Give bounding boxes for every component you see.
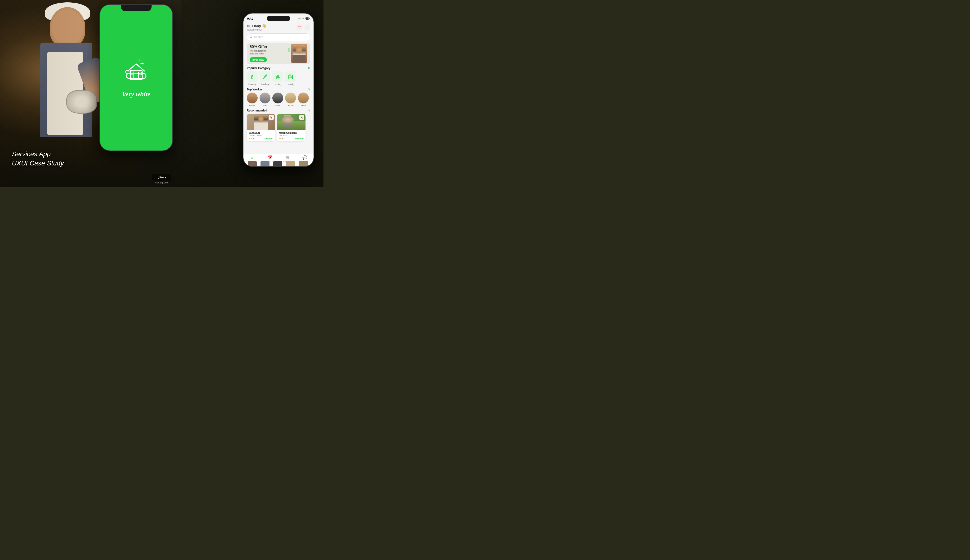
svg-rect-3 [139, 72, 141, 75]
book-now-button[interactable]: Book Now [250, 57, 267, 62]
svg-rect-15 [289, 75, 290, 76]
worker-avatar-tanne2 [298, 93, 309, 103]
svg-point-10 [263, 78, 264, 79]
banner-description: Two maids for theprice of a maid [250, 50, 267, 55]
recommended-header: Recommended All [244, 109, 314, 113]
rec-card-sanaa[interactable]: 🔖 Sanaa Ezz General cleaner ★ 4.8 20$/ho… [247, 113, 275, 141]
plumbing-icon-wrap [260, 71, 270, 82]
greeting-section: Hi, Hany 👋 Welcome back [247, 24, 266, 31]
worker-item-tanne2[interactable]: Tanne [298, 93, 309, 107]
worker-name-tanne2: Tanne [301, 104, 306, 107]
rec-card-rating-malek: ★ 4.4 [279, 137, 285, 140]
worker-avatar-tanne1 [285, 93, 296, 103]
popular-category-title: Popular Category [247, 67, 270, 70]
worker-item-ahed[interactable]: Ahed [260, 93, 270, 107]
cleaning-icon-wrap [247, 71, 258, 82]
rec-card-info-sanaa: Sanaa Ezz General cleaner ★ 4.8 20$/hour [247, 130, 275, 141]
notification-button[interactable] [296, 24, 302, 30]
star-icon-2: ★ [279, 137, 281, 140]
top-worker-all[interactable]: All [308, 88, 310, 91]
case-study-title: Services App UXUI Case Study [12, 149, 64, 168]
text-overlay: Services App UXUI Case Study [12, 149, 64, 168]
svg-rect-11 [277, 75, 279, 76]
svg-point-14 [290, 77, 291, 78]
rec-card-rating-sanaa: ★ 4.8 [249, 137, 254, 140]
ironing-label: Ironing [274, 83, 281, 85]
category-icon: ⊞ [286, 155, 289, 160]
svg-rect-5 [306, 18, 309, 19]
categories-list: Cleaning Plumbing [244, 71, 314, 88]
worker-avatar-daniel [272, 93, 283, 103]
worker-name-tanne1: Tanne [288, 104, 293, 107]
popular-category-header: Popular Category All [244, 67, 314, 71]
laundry-icon [288, 74, 294, 80]
category-item-plumbing[interactable]: Plumbing [260, 71, 270, 85]
banner-maid-image [291, 44, 307, 63]
wifi-icon [302, 17, 305, 20]
rec-card-img-malek: 🔖 [277, 113, 306, 130]
category-item-cleaning[interactable]: Cleaning [247, 71, 258, 85]
mostaql-url: mostaql.com [155, 181, 169, 184]
top-worker-title: Top Worker [247, 88, 262, 91]
rec-card-sub-malek: Bug spray [279, 134, 304, 136]
rec-card-img-sanaa: 🔖 [247, 113, 275, 130]
star-icon: ★ [249, 137, 251, 140]
plumbing-icon [262, 74, 268, 80]
home-icon: ⌂ [251, 155, 254, 160]
worker-item-reema[interactable]: Reema [247, 93, 258, 107]
rec-card-price-malek: 25$/hour [295, 138, 304, 140]
worker-item-tanne1[interactable]: Tanne [285, 93, 296, 107]
recommended-cards: 🔖 Sanaa Ezz General cleaner ★ 4.8 20$/ho… [244, 113, 314, 143]
bookmark-icon-2[interactable]: 🔖 [299, 115, 304, 120]
worker-item-daniel[interactable]: Daniel [272, 93, 283, 107]
maid-head [50, 7, 85, 47]
svg-rect-6 [309, 18, 310, 19]
phone-app: 9:41 ▪▪▪ [243, 13, 314, 167]
more-button[interactable]: ⋮ [304, 24, 310, 30]
booking-icon: 📅 [267, 155, 272, 160]
worker-name-daniel: Daniel [275, 104, 280, 107]
chat-icon: 💬 [302, 155, 307, 160]
app-content: Hi, Hany 👋 Welcome back ⋮ [244, 22, 314, 153]
svg-point-7 [300, 26, 301, 27]
maid-pot [66, 90, 97, 113]
greeting-name: Hi, Hany 👋 [247, 24, 266, 28]
bookmark-icon[interactable]: 🔖 [269, 115, 274, 120]
rec-card-price-sanaa: 20$/hour [264, 138, 273, 140]
category-item-laundry[interactable]: Laundry [285, 71, 296, 85]
phone-notch-1 [121, 5, 152, 12]
laundry-label: Laundry [287, 83, 295, 85]
search-bar[interactable]: Search [247, 33, 310, 41]
ironing-icon [275, 74, 280, 80]
category-item-ironing[interactable]: Ironing [272, 71, 283, 85]
app-logo-icon [122, 57, 150, 86]
banner-offer-text: 50% Offer [250, 45, 267, 49]
recommended-all[interactable]: All [308, 109, 310, 112]
app-header: Hi, Hany 👋 Welcome back ⋮ [244, 22, 314, 32]
workers-list: Reema Ahed [244, 93, 314, 109]
status-time: 9:41 [247, 17, 253, 20]
status-icons: ▪▪▪ [298, 17, 310, 20]
ironing-icon-wrap [272, 71, 283, 82]
recommended-title: Recommended [247, 109, 267, 112]
header-icons: ⋮ [296, 24, 310, 30]
rec-card-name-sanaa: Sanaa Ezz [249, 132, 273, 134]
mostaql-logo: مستقل [152, 174, 171, 181]
search-icon [250, 35, 253, 39]
rec-card-sub-sanaa: General cleaner [249, 134, 273, 136]
rec-card-info-malek: Malek Company Bug spray ★ 4.4 25$/hour [277, 130, 306, 141]
worker-name-ahed: Ahed [263, 104, 267, 107]
greeting-sub: Welcome back [247, 28, 266, 31]
banner-content: 50% Offer Two maids for theprice of a ma… [250, 45, 267, 62]
svg-rect-9 [252, 75, 253, 76]
worker-avatar-reema [247, 93, 258, 103]
splash-logo-text: Very white [122, 90, 150, 98]
worker-avatar-ahed [260, 93, 270, 103]
cleaning-icon [249, 74, 255, 80]
dynamic-island [267, 16, 290, 21]
watermark: مستقل mostaql.com [152, 174, 171, 184]
rec-card-malek[interactable]: 🔖 Malek Company Bug spray ★ 4.4 25$/hour [277, 113, 306, 141]
popular-category-all[interactable]: All [308, 67, 310, 70]
plumbing-label: Plumbing [260, 83, 269, 85]
battery-icon [306, 17, 310, 20]
